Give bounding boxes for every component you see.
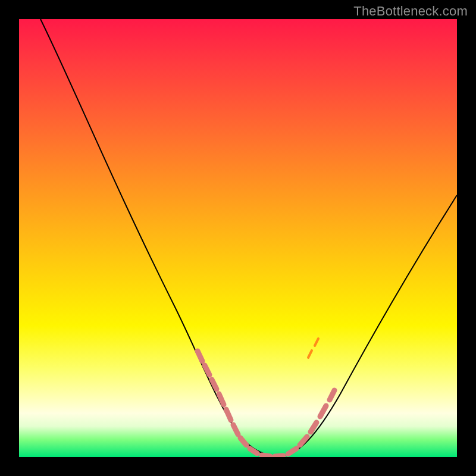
svg-line-6 [240, 438, 246, 445]
bottleneck-curve [40, 19, 457, 456]
svg-line-0 [198, 351, 202, 361]
svg-line-14 [330, 390, 334, 400]
watermark-text: TheBottleneck.com [353, 4, 468, 19]
svg-line-4 [226, 409, 231, 420]
svg-line-12 [311, 422, 317, 432]
chart-frame: TheBottleneck.com [0, 0, 476, 476]
curve-layer [19, 19, 457, 457]
svg-line-16 [315, 339, 318, 346]
svg-line-13 [320, 406, 326, 416]
valley-markers [198, 351, 334, 456]
svg-line-10 [288, 449, 296, 454]
svg-line-11 [300, 437, 307, 445]
svg-line-9 [275, 456, 283, 456]
plot-area [19, 19, 457, 457]
svg-line-8 [262, 455, 270, 456]
right-shoulder-ticks [308, 339, 318, 358]
svg-line-15 [308, 350, 312, 358]
svg-line-5 [233, 425, 238, 434]
